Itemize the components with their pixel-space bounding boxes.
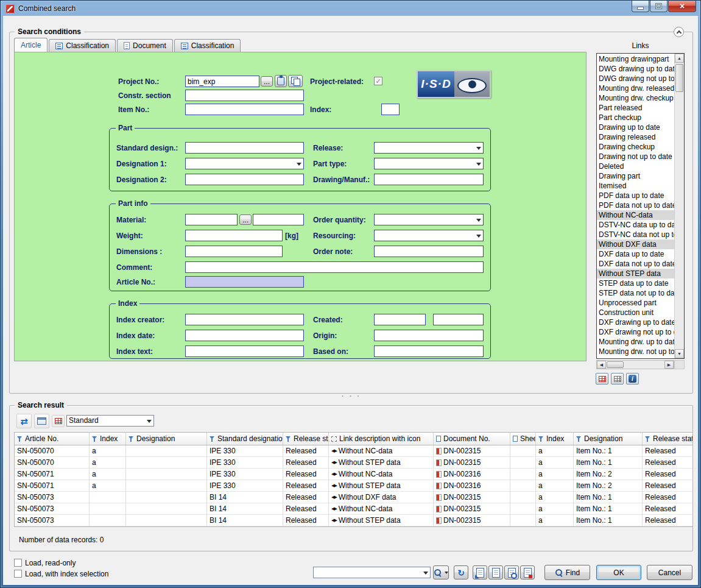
table-row[interactable]: SN-050073BI 14Released◀▶Without DXF data… [15,492,692,503]
tab-article[interactable]: Article [14,38,48,52]
origin-input[interactable] [374,330,484,341]
table-row[interactable]: SN-050073BI 14Released◀▶Without NC-dataD… [15,503,692,515]
based-on-input[interactable] [374,345,484,357]
scroll-down-button[interactable]: ▼ [675,349,684,358]
tab-classification-document[interactable]: Classification [174,39,241,52]
splitter-handle[interactable]: · · · [329,392,373,400]
order-note-input[interactable] [374,246,484,257]
load-document-button[interactable] [473,565,487,579]
scrollbar-track[interactable] [675,63,684,349]
link-item[interactable]: Drawing up to date [597,122,674,132]
column-header[interactable]: Sheet [510,433,536,445]
maximize-button[interactable] [650,1,668,12]
refresh-button[interactable]: ↻ [454,565,468,579]
weight-input[interactable] [185,230,283,241]
resourcing-combo[interactable] [374,230,484,241]
grid-view-gray-button[interactable] [611,373,624,384]
grid-view-red-button[interactable] [596,373,608,384]
link-item[interactable]: Part released [597,103,674,113]
designation1-combo[interactable] [185,158,304,169]
scrollbar-thumb[interactable] [675,64,683,92]
links-vertical-scrollbar[interactable]: ▲ ▼ [674,54,684,358]
link-item[interactable]: DXF data up to date [597,249,674,259]
drawing-manuf-input[interactable] [374,174,484,185]
show-document-button[interactable] [488,565,503,579]
scrollbar-track[interactable] [606,361,664,369]
table-row[interactable]: SN-050071aIPE 330Released◀▶Without STEP … [15,480,692,492]
comment-input[interactable] [185,261,484,273]
link-item[interactable]: DSTV-NC data up to dat [597,220,674,230]
column-header[interactable]: Article No. [15,433,90,445]
link-item[interactable]: Mounting drawingpart [597,54,674,64]
scroll-up-button[interactable]: ▲ [675,54,684,63]
title-bar[interactable]: Combined search [1,1,700,16]
load-readonly-checkbox[interactable] [14,559,22,567]
link-item[interactable]: DXF data not up to date [597,259,674,269]
link-item[interactable]: Mounting drw. released [597,83,674,93]
link-item[interactable]: STEP data up to date [597,278,674,288]
standard-design-input[interactable] [185,142,304,154]
link-item[interactable]: Drawing not up to date [597,152,674,161]
minimize-button[interactable] [632,1,649,12]
link-item[interactable]: PDF data up to date [597,191,674,200]
index-text-input[interactable] [185,345,304,357]
table-row[interactable]: SN-050070aIPE 330Released◀▶Without NC-da… [15,445,692,457]
order-quantity-combo[interactable] [374,214,484,225]
created-input-2[interactable] [433,314,484,325]
favorites-combo[interactable] [313,567,431,578]
material-browse-button[interactable]: ... [239,214,252,225]
column-header[interactable]: Designation [574,433,643,445]
column-header[interactable]: Standard designation [207,433,283,445]
designation2-input[interactable] [185,174,304,185]
link-item[interactable]: STEP data not up to dat [597,288,674,298]
index-date-input[interactable] [185,330,304,341]
material-input-2[interactable] [253,214,304,225]
clipboard-icon-button[interactable] [275,75,287,87]
load-index-selection-checkbox[interactable] [14,570,22,578]
link-item[interactable]: Mounting drw. up to dat [597,337,674,347]
article-no-input[interactable] [185,276,304,288]
dimensions-input[interactable] [185,246,283,257]
created-input-1[interactable] [374,314,426,325]
find-button[interactable]: Find [544,565,590,580]
link-item[interactable]: Unprocessed part [597,298,674,308]
table-row[interactable]: SN-050073BI 14Released◀▶Without STEP dat… [15,515,692,526]
item-no-input[interactable] [185,104,304,115]
constr-section-input[interactable] [185,90,304,101]
project-no-input[interactable] [185,76,259,87]
link-item[interactable]: DXF drawing up to date [597,317,674,327]
part-type-combo[interactable] [374,158,484,169]
document-master-button[interactable] [520,565,535,579]
link-item[interactable]: Without NC-data [597,210,674,220]
scroll-left-button[interactable]: ◀ [597,361,606,369]
link-item[interactable]: Construction unit [597,308,674,317]
link-item[interactable]: Mounting drw. not up to [597,347,674,356]
link-item[interactable]: Without STEP data [597,269,674,278]
release-combo[interactable] [374,142,484,154]
link-item[interactable]: Deleted [597,161,674,171]
link-item[interactable]: Drawing checkup [597,142,674,152]
link-item[interactable]: Drawing released [597,132,674,142]
table-row[interactable]: SN-050070aIPE 330Released◀▶Without STEP … [15,457,692,469]
info-button[interactable]: i [626,373,639,384]
link-item[interactable]: Itemised [597,181,674,191]
links-horizontal-scrollbar[interactable]: ◀ ▶ [596,360,674,369]
preview-document-button[interactable] [504,565,519,579]
link-item[interactable]: Part checkup [597,113,674,122]
link-item[interactable]: DWG drawing not up to [597,74,674,83]
project-related-checkbox[interactable]: ✓ [374,77,382,85]
column-header[interactable]: Index [536,433,574,445]
tab-classification-article[interactable]: Classification [49,39,116,52]
column-header[interactable]: Designation [126,433,207,445]
link-item[interactable]: DWG drawing up to dat [597,64,674,74]
project-browse-button[interactable]: ... [261,76,273,87]
link-item[interactable]: Without DXF data [597,239,674,249]
result-grid-button[interactable] [52,415,65,427]
column-header[interactable]: Document No. [434,433,510,445]
collapse-section-button[interactable] [674,27,684,37]
copy-icon-button[interactable] [288,75,303,87]
table-row[interactable]: SN-050071aIPE 330Released◀▶Without NC-da… [15,469,692,480]
scroll-right-button[interactable]: ▶ [664,361,674,369]
cancel-button[interactable]: Cancel [647,565,692,580]
index-input[interactable] [381,104,400,115]
